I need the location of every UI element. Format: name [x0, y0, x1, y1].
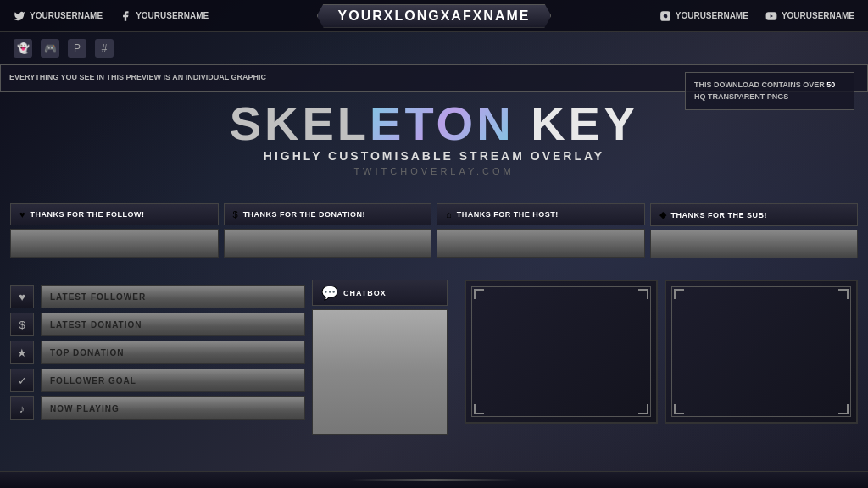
channel-name-box: YOURxLONGxAFxNAME: [317, 4, 552, 28]
corner-tr-2: [838, 289, 849, 299]
facebook-icon: [120, 10, 131, 22]
stat-follower-bar: LATEST FOLLOWER: [41, 285, 305, 308]
corner-tl-1: [474, 289, 484, 299]
chatbox-header: 💬 CHATBOX: [312, 280, 448, 306]
title-eton: ETON: [370, 97, 515, 150]
stat-music-label: NOW PLAYING: [50, 404, 120, 413]
stat-top-donation-bar: TOP DONATION: [41, 341, 305, 364]
alert-follow-header: ♥ THANKS FOR THE FOLLOW!: [10, 203, 219, 225]
stat-donation-icon: $: [10, 313, 34, 336]
info-left-text: EVERYTHING YOU SEE IN THIS PREVIEW IS AN…: [9, 73, 266, 81]
stat-music: ♪ NOW PLAYING: [10, 396, 305, 420]
website: TWITCHOVERLAY.COM: [0, 166, 868, 176]
snapchat-icon[interactable]: 👻: [14, 39, 32, 58]
stat-follower-icon: ♥: [10, 285, 34, 308]
stat-goal: ✓ FOLLOWER GOAL: [10, 369, 305, 392]
alert-section: ♥ THANKS FOR THE FOLLOW! $ THANKS FOR TH…: [0, 203, 868, 258]
info-right-text2: HQ TRANSPARENT PNGs: [694, 92, 788, 101]
alert-follow: ♥ THANKS FOR THE FOLLOW!: [10, 203, 219, 258]
title-skel: SKEL: [230, 97, 370, 150]
alert-donation-content: [224, 229, 432, 258]
stats-section: ♥ LATEST FOLLOWER $ LATEST DONATION ★ TO…: [10, 285, 305, 424]
info-box-right: THIS DOWNLOAD CONTAINS OVER 50 HQ TRANSP…: [685, 72, 854, 110]
info-right-highlight: 50: [826, 80, 835, 89]
instagram-icon: [659, 10, 671, 22]
diamond-icon: ◆: [659, 209, 666, 220]
social-icons-row: 👻 🎮 P #: [0, 32, 868, 64]
corner-tl-2: [674, 289, 684, 299]
stat-top-donation-icon: ★: [10, 341, 34, 364]
camera-box-1: [465, 280, 658, 424]
alert-follow-content: [10, 229, 219, 258]
alert-host: ⌂ THANKS FOR THE HOST!: [437, 203, 645, 258]
facebook-label: YOURUSERNAME: [136, 11, 209, 20]
chatbox-body: [312, 309, 448, 435]
stat-top-donation-label: TOP DONATION: [50, 348, 125, 358]
stat-music-icon: ♪: [10, 396, 34, 420]
stat-top-donation: ★ TOP DONATION: [10, 341, 305, 364]
top-bar: YOURUSERNAME YOURUSERNAME YOURxLONGxAFxN…: [0, 0, 868, 32]
camera-frame-2: [671, 286, 851, 417]
alert-sub: ◆ THANKS FOR THE SUB!: [650, 203, 859, 258]
instagram-social[interactable]: YOURUSERNAME: [659, 10, 748, 22]
twitter-label: YOURUSERNAME: [30, 11, 103, 20]
youtube-label: YOURUSERNAME: [782, 11, 854, 20]
bottom-bar: [0, 471, 868, 488]
corner-tr-1: [638, 289, 648, 299]
alert-sub-header: ◆ THANKS FOR THE SUB!: [650, 203, 859, 226]
twitter-icon: [14, 10, 25, 22]
paypal-icon[interactable]: P: [68, 39, 86, 58]
twitter-social[interactable]: YOURUSERNAME: [14, 10, 103, 22]
stat-follower: ♥ LATEST FOLLOWER: [10, 285, 305, 308]
subtitle: HIGHLY CUSTOMISABLE STREAM OVERLAY: [0, 149, 868, 163]
camera-frame-1: [471, 286, 651, 417]
instagram-label: YOURUSERNAME: [676, 11, 748, 20]
youtube-icon: [765, 10, 777, 22]
chatbox-section: 💬 CHATBOX: [312, 280, 448, 435]
alert-follow-label: THANKS FOR THE FOLLOW!: [31, 210, 145, 219]
chat-icon[interactable]: #: [95, 39, 114, 58]
corner-bl-2: [674, 404, 684, 414]
stat-goal-bar: FOLLOWER GOAL: [41, 369, 305, 392]
stat-goal-icon: ✓: [10, 369, 34, 392]
stat-donation-bar: LATEST DONATION: [41, 313, 305, 336]
home-icon: ⌂: [446, 209, 452, 219]
youtube-social[interactable]: YOURUSERNAME: [765, 10, 854, 22]
camera-section: [465, 280, 858, 424]
alert-sub-label: THANKS FOR THE SUB!: [671, 211, 768, 219]
corner-bl-1: [474, 404, 484, 414]
dollar-icon: $: [233, 209, 238, 219]
alert-sub-content: [650, 230, 859, 258]
corner-br-1: [638, 404, 648, 414]
alert-donation: $ THANKS FOR THE DONATION!: [224, 203, 432, 258]
stat-goal-label: FOLLOWER GOAL: [50, 376, 136, 385]
info-right-text: THIS DOWNLOAD CONTAINS OVER: [694, 80, 825, 89]
channel-name: YOURxLONGxAFxNAME: [338, 8, 531, 23]
corner-br-2: [838, 404, 849, 414]
top-bar-left: YOURUSERNAME YOURUSERNAME: [14, 10, 209, 22]
alert-donation-header: $ THANKS FOR THE DONATION!: [224, 203, 432, 225]
stat-donation-label: LATEST DONATION: [50, 320, 142, 330]
bottom-accent: [349, 479, 519, 481]
alert-donation-label: THANKS FOR THE DONATION!: [243, 210, 365, 219]
title-key: KEY: [515, 97, 639, 150]
stat-follower-label: LATEST FOLLOWER: [50, 292, 146, 302]
top-bar-right: YOURUSERNAME YOURUSERNAME: [659, 10, 854, 22]
alert-host-header: ⌂ THANKS FOR THE HOST!: [437, 203, 645, 225]
camera-box-2: [665, 280, 858, 424]
alert-host-content: [437, 229, 645, 258]
chatbox-title: CHATBOX: [343, 289, 387, 297]
stat-donation: $ LATEST DONATION: [10, 313, 305, 336]
chatbox-icon: 💬: [321, 285, 338, 301]
stat-music-bar: NOW PLAYING: [41, 396, 305, 420]
alert-host-label: THANKS FOR THE HOST!: [457, 210, 559, 219]
facebook-social[interactable]: YOURUSERNAME: [120, 10, 209, 22]
heart-icon: ♥: [19, 209, 25, 219]
discord-icon[interactable]: 🎮: [41, 39, 59, 58]
